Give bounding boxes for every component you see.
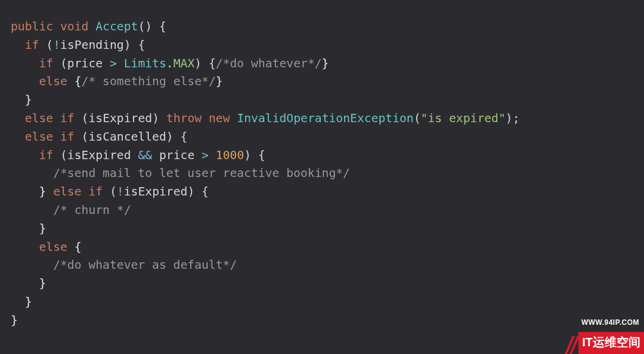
watermark-slash-icon <box>544 336 580 354</box>
code-line: } <box>11 93 32 107</box>
code-line: /* churn */ <box>11 203 131 217</box>
code-line: else if (isExpired) throw new InvalidOpe… <box>11 111 520 125</box>
code-line: if (isExpired && price > 1000) { <box>11 148 265 162</box>
code-line: else if (isCancelled) { <box>11 130 187 144</box>
code-line: } <box>11 277 46 290</box>
code-line: } else if (!isExpired) { <box>11 185 209 198</box>
code-line: } <box>11 222 46 235</box>
code-line: if (!isPending) { <box>11 38 145 52</box>
code-line: } <box>11 295 32 309</box>
code-line: } <box>11 313 18 327</box>
code-line: if (price > Limits.MAX) {/*do whatever*/… <box>11 57 329 70</box>
code-line: /*do whatever as default*/ <box>11 258 237 272</box>
svg-marker-1 <box>569 336 580 354</box>
code-line: else {/* something else*/} <box>11 74 223 88</box>
watermark-brand: IT运维空间 <box>578 332 644 354</box>
code-line: else { <box>11 240 82 254</box>
code-block: public void Accept() { if (!isPending) {… <box>0 0 644 330</box>
code-line: /*send mail to let user reactive booking… <box>11 166 350 180</box>
code-line: public void Accept() { <box>11 20 166 33</box>
svg-marker-0 <box>565 336 575 354</box>
